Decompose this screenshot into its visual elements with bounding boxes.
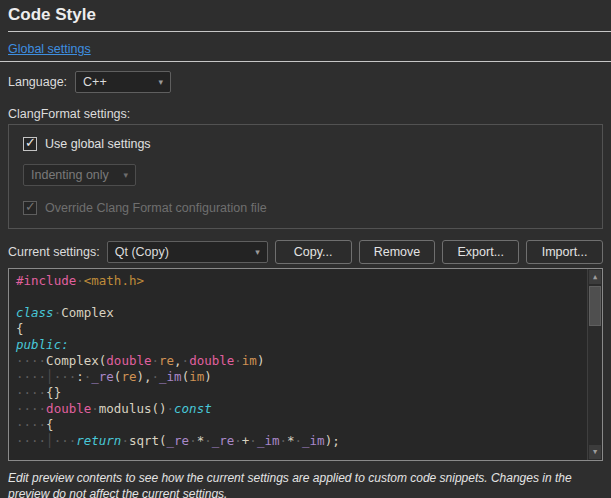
clangformat-mode-selected-value: Indenting only — [31, 168, 109, 182]
clangformat-settings-label: ClangFormat settings: — [8, 107, 603, 121]
clangformat-mode-row: Indenting only ▾ — [23, 164, 588, 186]
global-settings-link[interactable]: Global settings — [8, 42, 91, 56]
code-lines: #include·<math.h> class·Complex{public:·… — [9, 269, 602, 449]
current-settings-row: Current settings: Qt (Copy) ▾ Copy... Re… — [8, 240, 603, 264]
scroll-up-icon[interactable]: ▲ — [589, 270, 601, 284]
scroll-down-icon[interactable]: ▼ — [589, 445, 601, 459]
link-divider — [0, 61, 611, 62]
code-line: ····{ — [16, 417, 582, 433]
code-line: { — [16, 321, 582, 337]
preview-help-text: Edit preview contents to see how the cur… — [8, 470, 603, 498]
clangformat-groupbox: ✓ Use global settings Indenting only ▾ ✓… — [8, 124, 603, 229]
language-selected-value: C++ — [83, 75, 107, 89]
code-line: ····│···return·sqrt(_re·*·_re·+·_im·*·_i… — [16, 433, 582, 449]
clangformat-mode-select: Indenting only ▾ — [23, 164, 136, 186]
override-config-checkbox: ✓ — [23, 201, 37, 215]
title-divider — [8, 31, 611, 32]
current-settings-selected-value: Qt (Copy) — [115, 245, 169, 259]
code-line: ····│···:·_re(re),·_im(im) — [16, 369, 582, 385]
code-line: ····Complex(double·re,·double·im) — [16, 353, 582, 369]
scrollbar-thumb[interactable] — [589, 286, 601, 326]
page-title: Code Style — [8, 5, 603, 25]
language-label: Language: — [8, 75, 67, 89]
code-line — [16, 289, 582, 305]
check-icon: ✓ — [25, 135, 36, 151]
code-line: class·Complex — [16, 305, 582, 321]
code-preview-editor[interactable]: #include·<math.h> class·Complex{public:·… — [8, 268, 603, 461]
language-row: Language: C++ ▾ — [8, 71, 603, 93]
copy-button[interactable]: Copy... — [275, 240, 352, 264]
code-style-page: Code Style Global settings Language: C++… — [0, 5, 611, 498]
code-line: ····double·modulus()·const — [16, 401, 582, 417]
override-config-row: ✓ Override Clang Format configuration fi… — [23, 201, 588, 215]
code-line: #include·<math.h> — [16, 273, 582, 289]
editor-vertical-scrollbar[interactable]: ▲ ▼ — [587, 269, 602, 460]
code-line: ····{} — [16, 385, 582, 401]
export-button[interactable]: Export... — [442, 240, 519, 264]
chevron-down-icon: ▾ — [255, 247, 260, 257]
language-select[interactable]: C++ ▾ — [75, 71, 171, 93]
current-settings-label: Current settings: — [8, 245, 100, 259]
use-global-settings-row: ✓ Use global settings — [23, 137, 588, 151]
override-config-label: Override Clang Format configuration file — [45, 201, 267, 215]
import-button[interactable]: Import... — [526, 240, 603, 264]
remove-button[interactable]: Remove — [359, 240, 436, 264]
chevron-down-icon: ▾ — [123, 170, 128, 180]
code-line: public: — [16, 337, 582, 353]
use-global-settings-checkbox[interactable]: ✓ — [23, 137, 37, 151]
chevron-down-icon: ▾ — [159, 77, 164, 87]
check-icon: ✓ — [25, 199, 36, 215]
use-global-settings-label: Use global settings — [45, 137, 151, 151]
current-settings-select[interactable]: Qt (Copy) ▾ — [107, 241, 268, 263]
